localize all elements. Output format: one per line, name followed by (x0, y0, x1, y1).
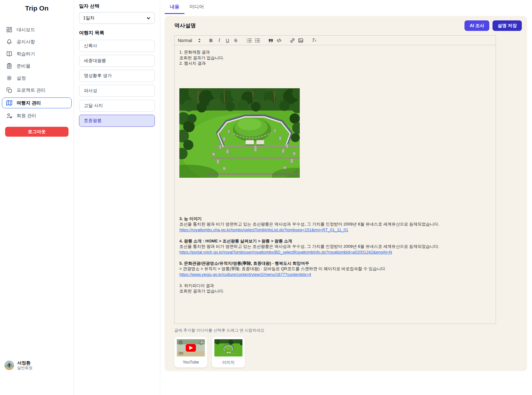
bullet-list-button[interactable] (253, 37, 262, 44)
sidebar-item-label: 준비물 (17, 63, 31, 69)
day-panel: 일자 선택 1일차 여행지 목록 신륵사 세종대왕릉 명성황후 생가 파사성 고… (74, 0, 160, 395)
sidebar-item-projects[interactable]: 프로젝트 관리 (2, 85, 72, 95)
ordered-list-icon: 123 (246, 38, 252, 43)
media-row: YouTube 이미지 (174, 337, 522, 368)
clear-format-x: x (315, 39, 317, 42)
chevron-down-icon (146, 16, 151, 20)
destination-item[interactable]: 세종대왕릉 (79, 55, 155, 67)
day-select-dropdown[interactable]: 1일차 (79, 12, 155, 24)
editor-link[interactable]: https://portal.nrich.go.kr/royalTomb/use… (179, 250, 392, 255)
editor-toolbar: Normal B I U S 123 (174, 35, 496, 45)
sidebar-item-notices[interactable]: 공지사항 (2, 37, 72, 47)
user-gear-icon (6, 112, 12, 119)
editor-line: 조선을 통치한 왕과 비가 영면하고 있는 조선왕릉은 역사성과 우수성, 그 … (179, 221, 491, 227)
content-tabs: 내용 미디어 (160, 0, 532, 14)
tab-content[interactable]: 내용 (165, 0, 184, 14)
italic-button[interactable]: I (215, 37, 223, 44)
editor-link[interactable]: https://royaltombs.cha.go.kr/tombs/selec… (179, 227, 348, 232)
sidebar-nav: 대시보드 공지사항 학습하기 준비물 (0, 25, 74, 123)
media-item-image[interactable]: 이미지 (212, 337, 245, 368)
sidebar-item-members[interactable]: 회원 관리 (2, 111, 72, 120)
editor-line: 조회된 결과가 없습니다. (179, 55, 491, 61)
format-select[interactable]: Normal (178, 38, 201, 43)
updown-arrows-icon (198, 38, 201, 43)
sidebar-item-label: 회원 관리 (17, 113, 36, 119)
map-icon (6, 100, 12, 106)
editor-heading: 5. 문화관광/관광명소/유적지/영릉(寧陵, 효종대왕) - 행복도시 희망여… (179, 261, 491, 266)
tomb-aerial-illustration (179, 88, 300, 178)
bullet-list-icon (255, 38, 260, 43)
editor-link[interactable]: https://www.yeoju.go.kr/culture/content/… (179, 272, 311, 277)
strikethrough-button[interactable]: S (232, 37, 240, 44)
sidebar-item-learn[interactable]: 학습하기 (2, 49, 72, 59)
sidebar-item-label: 학습하기 (17, 51, 35, 57)
user-role: 일반회원 (17, 365, 32, 371)
editor-line: 조회된 결과가 없습니다. (179, 288, 491, 294)
app-root: Trip On 대시보드 공지사항 학습하기 (0, 0, 532, 395)
editor-heading: 3. 능 이야기 (179, 216, 491, 222)
editor-line: 2. 웹서치 결과 (179, 61, 491, 66)
avatar (4, 361, 14, 370)
user-info: 서정환 일반회원 (0, 360, 74, 371)
svg-text:3: 3 (247, 41, 248, 43)
image-thumbnail (214, 352, 242, 357)
editor-line: 조선을 통치한 왕과 비가 영면하고 있는 조선왕릉은 역사성과 우수성, 그 … (179, 244, 491, 249)
tomb-aerial-image[interactable] (179, 88, 491, 178)
media-item-youtube[interactable]: YouTube (174, 337, 207, 368)
sidebar: Trip On 대시보드 공지사항 학습하기 (0, 0, 74, 395)
history-description-panel: 역사설명 AI 조사 설명 저장 Normal B I U S (165, 16, 527, 371)
youtube-thumbnail (177, 352, 205, 357)
editor-heading: 4. 왕릉 소개 : HOME > 조선왕릉 살펴보기 > 왕릉 > 왕릉 소개 (179, 238, 491, 244)
sidebar-item-settings[interactable]: 설정 (2, 73, 72, 83)
sidebar-item-label: 공지사항 (17, 39, 35, 45)
sidebar-item-dashboard[interactable]: 대시보드 (2, 25, 72, 34)
bell-icon (6, 39, 12, 45)
media-label: YouTube (177, 360, 205, 364)
book-open-icon (6, 51, 12, 57)
image-button[interactable] (297, 37, 305, 44)
panel-header: 역사설명 AI 조사 설명 저장 (169, 20, 522, 31)
logout-button[interactable]: 로그아웃 (5, 127, 68, 137)
sidebar-item-destinations[interactable]: 여행지 관리 (2, 97, 72, 108)
destination-list-title: 여행지 목록 (79, 30, 155, 36)
editor-content[interactable]: 1. 문화재청 결과 조회된 결과가 없습니다. 2. 웹서치 결과 (174, 45, 496, 324)
code-icon (276, 38, 282, 43)
dashboard-icon (6, 26, 12, 33)
ai-research-button[interactable]: AI 조사 (464, 20, 489, 31)
tab-media[interactable]: 미디어 (184, 0, 209, 14)
destination-item[interactable]: 신륵사 (79, 40, 155, 52)
blockquote-button[interactable] (267, 37, 275, 44)
sidebar-item-label: 설정 (17, 75, 26, 81)
clear-format-T: T (312, 38, 314, 43)
clipboard-icon (6, 63, 12, 69)
day-select-value: 1일차 (83, 15, 95, 21)
editor-line: > 관광명소 > 유적지 > 영릉(寧陵, 효종대왕) · 모바일로 QR코드를… (179, 266, 491, 272)
clear-format-button[interactable]: Tx (310, 37, 318, 44)
format-value: Normal (178, 38, 192, 43)
image-icon (298, 38, 304, 43)
destination-item-selected[interactable]: 효종왕릉 (79, 115, 155, 127)
media-hint: 글에 추가할 미디어를 선택후 드래그 앤 드랍하세요 (174, 328, 522, 333)
panel-title: 역사설명 (174, 22, 196, 29)
editor-line: 1. 문화재청 결과 (179, 49, 491, 55)
user-name: 서정환 (17, 360, 32, 365)
blockquote-icon (268, 38, 274, 43)
sidebar-item-label: 프로젝트 관리 (17, 87, 46, 93)
destination-item[interactable]: 파사성 (79, 85, 155, 97)
destination-item[interactable]: 명성황후 생가 (79, 70, 155, 82)
media-label: 이미지 (214, 360, 242, 365)
day-select-label: 일자 선택 (79, 3, 155, 9)
sidebar-item-label: 여행지 관리 (17, 100, 41, 106)
bold-button[interactable]: B (207, 37, 215, 44)
link-icon (290, 38, 295, 43)
save-description-button[interactable]: 설명 저장 (492, 20, 522, 31)
ordered-list-button[interactable]: 123 (245, 37, 253, 44)
underline-button[interactable]: U (223, 37, 232, 44)
link-button[interactable] (288, 37, 297, 44)
editor-line: 3. 위키피디아 결과 (179, 283, 491, 289)
destination-list: 신륵사 세종대왕릉 명성황후 생가 파사성 고달 사지 효종왕릉 (79, 40, 155, 127)
sidebar-item-supplies[interactable]: 준비물 (2, 61, 72, 71)
destination-item[interactable]: 고달 사지 (79, 100, 155, 112)
gear-icon (6, 75, 12, 81)
code-button[interactable] (275, 37, 283, 44)
